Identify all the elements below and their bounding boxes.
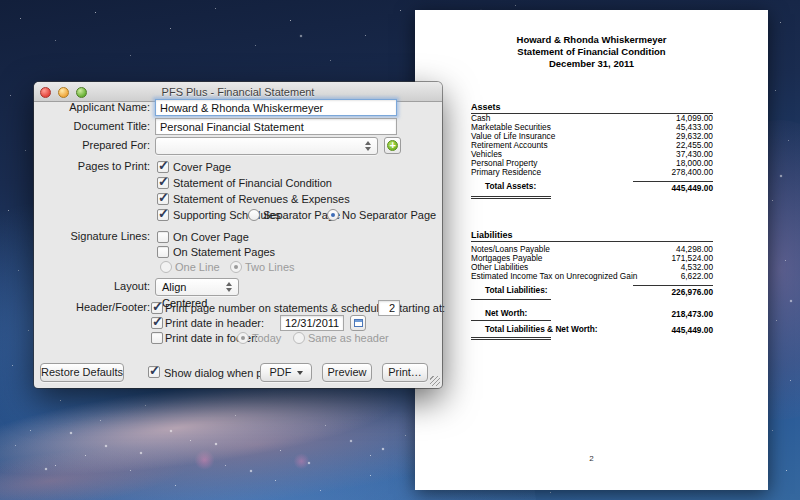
one-line-label: One Line xyxy=(175,260,220,274)
two-lines-radio xyxy=(230,261,242,273)
assets-total-amount: 445,449.00 xyxy=(633,181,713,193)
dropdown-arrow-icon xyxy=(297,371,303,375)
layout-select[interactable]: Align Centered xyxy=(155,278,239,296)
assets-double-rule xyxy=(471,196,551,199)
print-page-number-label: Print page number on statements & schedu… xyxy=(165,301,445,315)
calendar-picker-button[interactable] xyxy=(350,315,366,331)
plus-icon xyxy=(387,140,398,151)
liabilities-total-label: Total Liabilities: xyxy=(471,285,548,297)
table-row: Estimated Income Tax on Unrecognized Gai… xyxy=(471,272,713,281)
show-dialog-checkbox[interactable] xyxy=(148,366,160,378)
net-worth-rule xyxy=(471,320,551,321)
today-radio xyxy=(237,332,249,344)
header-date-input[interactable] xyxy=(280,315,344,331)
print-button[interactable]: Print… xyxy=(382,363,428,382)
on-statement-pages-label: On Statement Pages xyxy=(173,245,275,259)
statement-revenues-expenses-label: Statement of Revenues & Expenses xyxy=(173,192,350,206)
two-lines-label: Two Lines xyxy=(245,260,295,274)
calendar-icon xyxy=(354,319,363,327)
stepper-arrows-icon xyxy=(364,140,373,152)
assets-total-label: Total Assets: xyxy=(471,181,536,193)
same-as-header-label: Same as header xyxy=(308,331,389,345)
document-title-label: Document Title: xyxy=(34,118,150,135)
liabilities-total-amount: 226,976.00 xyxy=(633,285,713,297)
on-cover-page-label: On Cover Page xyxy=(173,230,249,244)
assets-total-row: Total Assets: 445,449.00 xyxy=(471,181,713,193)
total-lnw-row: Total Liabilities & Net Worth: 445,449.0… xyxy=(471,324,713,335)
applicant-name-label: Applicant Name: xyxy=(34,99,150,116)
print-date-header-checkbox[interactable] xyxy=(151,317,163,329)
close-button[interactable] xyxy=(40,87,51,98)
minimize-button[interactable] xyxy=(58,87,69,98)
pfs-plus-dialog: PFS Plus - Financial Statement Applicant… xyxy=(34,82,442,388)
print-page-number-checkbox[interactable] xyxy=(151,302,163,314)
document-header: Howard & Rhonda Whiskermeyer Statement o… xyxy=(415,34,768,70)
no-separator-page-label: No Separator Page xyxy=(342,208,436,222)
liabilities-rule xyxy=(471,299,551,300)
page-number: 2 xyxy=(415,454,768,463)
print-date-footer-checkbox[interactable] xyxy=(151,332,163,344)
prepared-for-label: Prepared For: xyxy=(34,137,150,154)
add-prepared-for-button[interactable] xyxy=(384,137,401,154)
no-separator-page-radio[interactable] xyxy=(327,209,339,221)
prepared-for-select[interactable] xyxy=(155,137,378,155)
document-header-title: Statement of Financial Condition xyxy=(415,46,768,58)
one-line-radio xyxy=(160,261,172,273)
document-preview-page: Howard & Rhonda Whiskermeyer Statement o… xyxy=(415,10,768,490)
liabilities-section-title: Liabilities xyxy=(471,230,713,242)
pages-to-print-label: Pages to Print: xyxy=(34,160,150,173)
cover-page-checkbox[interactable] xyxy=(157,161,169,173)
cover-page-label: Cover Page xyxy=(173,160,231,174)
statement-financial-condition-label: Statement of Financial Condition xyxy=(173,176,332,190)
pdf-menu-button[interactable]: PDF xyxy=(260,363,312,382)
document-title-input[interactable] xyxy=(155,118,397,135)
total-lnw-label: Total Liabilities & Net Worth: xyxy=(471,324,598,335)
assets-table: Cash14,099.00 Marketable Securities45,43… xyxy=(471,114,713,177)
applicant-name-input[interactable] xyxy=(155,99,397,116)
resize-grip[interactable] xyxy=(430,376,440,386)
separator-page-radio[interactable] xyxy=(248,209,260,221)
today-label: Today xyxy=(252,331,281,345)
header-footer-label: Header/Footer: xyxy=(34,301,150,314)
signature-lines-label: Signature Lines: xyxy=(34,230,150,243)
print-date-header-label: Print date in header: xyxy=(165,316,264,330)
layout-label: Layout: xyxy=(34,278,150,295)
net-worth-row: Net Worth: 218,473.00 xyxy=(471,308,713,319)
stepper-arrows-icon xyxy=(225,281,234,293)
document-header-date: December 31, 2011 xyxy=(415,58,768,70)
statement-revenues-expenses-checkbox[interactable] xyxy=(157,193,169,205)
supporting-schedules-checkbox[interactable] xyxy=(157,209,169,221)
net-worth-label: Net Worth: xyxy=(471,308,527,319)
starting-page-number-input[interactable] xyxy=(378,300,400,316)
preview-button[interactable]: Preview xyxy=(322,363,372,382)
liabilities-table: Notes/Loans Payable44,298.00 Mortgages P… xyxy=(471,245,713,281)
on-statement-pages-checkbox[interactable] xyxy=(157,246,169,258)
table-row: Primary Residence278,400.00 xyxy=(471,168,713,177)
liabilities-total-row: Total Liabilities: 226,976.00 xyxy=(471,285,713,297)
document-header-name: Howard & Rhonda Whiskermeyer xyxy=(415,34,768,46)
same-as-header-radio xyxy=(293,332,305,344)
statement-financial-condition-checkbox[interactable] xyxy=(157,177,169,189)
total-lnw-double-rule xyxy=(471,337,551,340)
net-worth-amount: 218,473.00 xyxy=(633,308,713,319)
wallpaper-bright-stars xyxy=(0,0,2,2)
on-cover-page-checkbox[interactable] xyxy=(157,231,169,243)
restore-defaults-button[interactable]: Restore Defaults xyxy=(40,363,124,382)
zoom-button[interactable] xyxy=(76,87,87,98)
total-lnw-amount: 445,449.00 xyxy=(633,324,713,335)
